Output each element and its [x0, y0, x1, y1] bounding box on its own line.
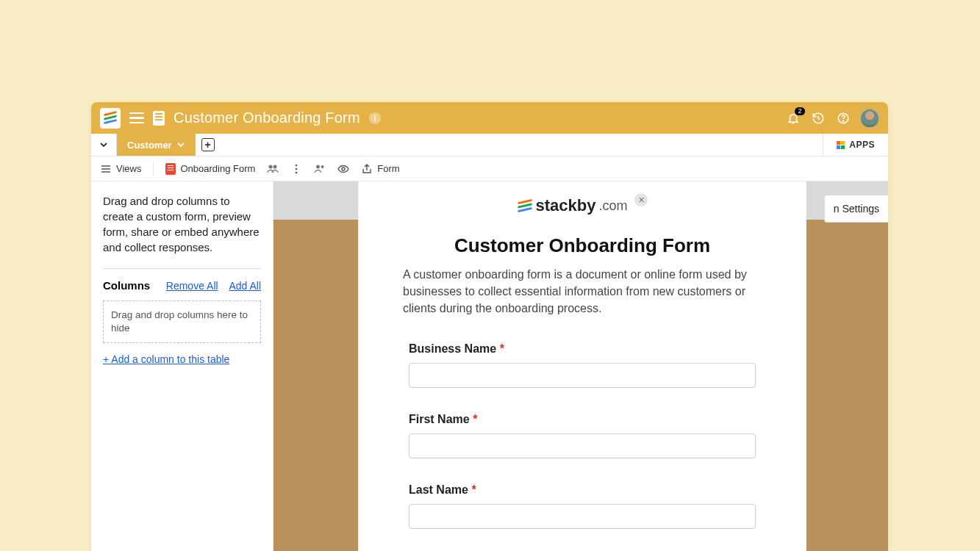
dots-icon [290, 163, 302, 175]
tabs-bar: Customer + APPS [91, 134, 888, 156]
more-button[interactable] [290, 163, 302, 175]
settings-label: n Settings [834, 203, 879, 215]
list-icon [100, 163, 112, 175]
svg-point-6 [296, 171, 298, 173]
form-description[interactable]: A customer onboarding form is a document… [403, 266, 762, 317]
required-indicator: * [473, 413, 477, 425]
svg-point-9 [342, 168, 345, 170]
hamburger-menu-icon[interactable] [129, 112, 144, 124]
current-view[interactable]: Onboarding Form [165, 163, 255, 175]
collaborators-button[interactable] [267, 163, 279, 175]
document-icon [153, 111, 165, 126]
preview-button[interactable] [337, 163, 349, 175]
main-body: Drag and drop columns to create a custom… [91, 181, 888, 551]
form-field-last-name: Last Name * [409, 483, 756, 529]
tab-customer[interactable]: Customer [117, 134, 196, 156]
view-toolbar: Views Onboarding Form [91, 156, 888, 181]
remove-all-link[interactable]: Remove All [166, 280, 218, 292]
share-users-button[interactable] [314, 163, 326, 175]
notifications-badge: 2 [795, 107, 805, 115]
form-builder-sidebar: Drag and drop columns to create a custom… [91, 181, 273, 551]
tab-label: Customer [127, 140, 172, 151]
help-button[interactable] [835, 110, 851, 126]
add-tab-button[interactable]: + [201, 138, 215, 151]
svg-point-4 [296, 164, 298, 166]
svg-point-7 [316, 165, 320, 168]
required-indicator: * [500, 342, 504, 355]
info-icon[interactable]: i [369, 112, 381, 124]
add-column-link[interactable]: + Add a column to this table [103, 353, 261, 365]
field-label: Last Name * [409, 483, 756, 497]
share-icon [361, 163, 373, 175]
form-label: Form [377, 163, 399, 174]
business-name-input[interactable] [409, 363, 756, 388]
form-settings-tab[interactable]: n Settings [824, 195, 888, 223]
tabs-expand-button[interactable] [91, 134, 117, 156]
notifications-button[interactable]: 2 [785, 110, 801, 126]
svg-point-2 [269, 165, 273, 168]
svg-point-8 [321, 165, 324, 168]
eye-icon [337, 163, 349, 175]
form-field-first-name: First Name * [409, 413, 756, 458]
remove-brand-button[interactable]: ✕ [634, 193, 648, 206]
field-label: Business Name * [409, 342, 756, 356]
chevron-down-icon [176, 140, 185, 149]
hidden-columns-dropzone[interactable]: Drag and drop columns here to hide [103, 300, 261, 343]
apps-label: APPS [849, 140, 875, 150]
form-icon [165, 163, 176, 175]
apps-button[interactable]: APPS [823, 134, 888, 156]
brand-logo: stackby.com [517, 196, 628, 215]
svg-point-5 [296, 168, 298, 170]
required-indicator: * [471, 483, 476, 496]
form-brand-row: stackby.com ✕ [359, 181, 806, 221]
avatar[interactable] [860, 109, 879, 128]
add-all-link[interactable]: Add All [229, 280, 261, 292]
columns-heading: Columns [103, 279, 150, 292]
people-icon [314, 163, 326, 175]
app-window: Customer Onboarding Form i 2 [91, 102, 888, 551]
people-icon [267, 163, 279, 175]
app-logo[interactable] [100, 108, 121, 129]
first-name-input[interactable] [409, 433, 756, 458]
views-button[interactable]: Views [100, 163, 141, 175]
brand-mark-icon [517, 198, 533, 214]
apps-icon [837, 141, 845, 149]
history-button[interactable] [810, 110, 826, 126]
svg-point-1 [843, 120, 843, 121]
sidebar-description: Drag and drop columns to create a custom… [103, 193, 261, 269]
brand-name: stackby [536, 196, 596, 215]
form-button[interactable]: Form [361, 163, 399, 175]
brand-domain: .com [598, 198, 627, 214]
columns-header: Columns Remove All Add All [103, 279, 261, 292]
form-canvas: n Settings stackby.com ✕ Customer Onb [273, 181, 888, 551]
form-title[interactable]: Customer Onboarding Form [373, 234, 791, 257]
top-header: Customer Onboarding Form i 2 [91, 102, 888, 134]
form-preview-panel: stackby.com ✕ Customer Onboarding Form A… [358, 181, 806, 551]
add-tab: + [196, 134, 221, 156]
last-name-input[interactable] [409, 504, 756, 529]
page-title: Customer Onboarding Form [174, 109, 360, 126]
svg-point-3 [273, 165, 277, 168]
views-label: Views [116, 163, 141, 174]
field-label: First Name * [409, 413, 756, 426]
form-field-business-name: Business Name * [409, 342, 756, 388]
view-name: Onboarding Form [180, 163, 255, 174]
